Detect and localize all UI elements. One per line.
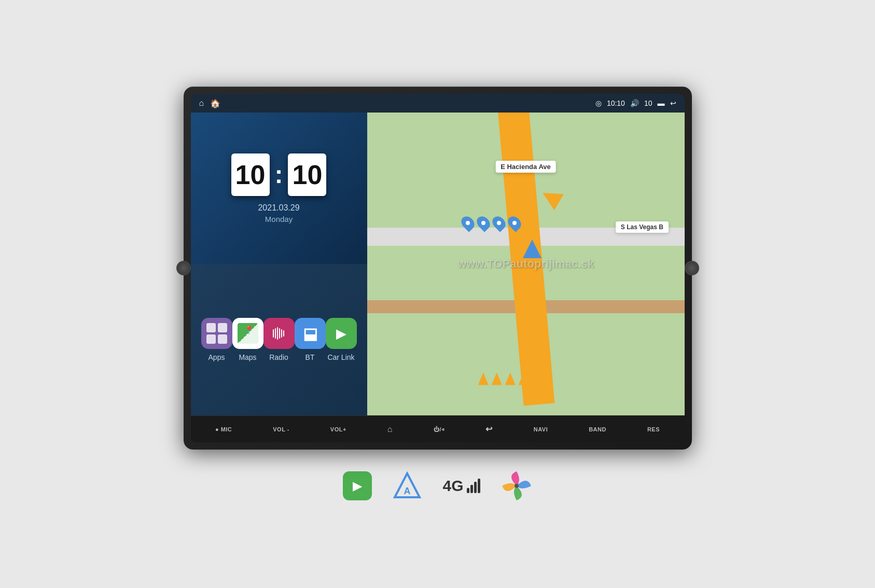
maps-label: Maps	[239, 353, 256, 361]
sig-bar-1	[467, 488, 469, 493]
map-widget[interactable]: E Hacienda Ave S Las Vegas B	[367, 113, 685, 415]
buttons-row: ● MIC VOL - VOL+ ⌂ ⏻/◁ ↩ NAVI BAND RES	[191, 415, 685, 442]
map-label-hacienda: E Hacienda Ave	[495, 161, 556, 173]
svg-rect-4	[281, 329, 282, 338]
carplay-icon: ▶	[343, 471, 372, 500]
status-right-info: ◎ 10:10 🔊 10 ▬ ↩	[595, 99, 676, 107]
device-wrapper: ⌂ 🏠 ◎ 10:10 🔊 10 ▬ ↩ 10 :	[184, 87, 692, 501]
radio-icon	[263, 318, 295, 349]
map-turn-arrows	[478, 373, 543, 385]
app-item-maps[interactable]: 📍 Maps	[232, 318, 263, 361]
feature-android-auto: A	[393, 471, 422, 500]
mic-button[interactable]: ● MIC	[211, 424, 236, 435]
map-marker-3	[490, 214, 508, 232]
4g-signal-bars	[467, 479, 480, 493]
map-markers	[462, 216, 520, 230]
bracket-left	[176, 261, 191, 275]
bracket-right	[685, 261, 699, 275]
vol-plus-button[interactable]: VOL+	[326, 424, 351, 435]
svg-rect-2	[277, 327, 278, 340]
carlink-label: Car Link	[327, 353, 354, 361]
maps-icon: 📍	[232, 318, 263, 349]
power-button[interactable]: ⏻/◁	[429, 424, 449, 435]
back-icon[interactable]: ↩	[670, 99, 676, 107]
map-background: E Hacienda Ave S Las Vegas B	[367, 113, 685, 415]
map-marker-2	[474, 214, 492, 232]
4g-text: 4G	[442, 477, 463, 495]
apps-dot-3	[206, 334, 216, 344]
clock-widget: 10 : 10 2021.03.29 Monday	[191, 113, 367, 264]
carplay-play-symbol: ▶	[353, 479, 362, 493]
hour-digit: 10	[231, 153, 270, 196]
apps-icon	[201, 318, 232, 349]
sig-bar-3	[474, 482, 477, 493]
apps-dot-2	[218, 323, 227, 332]
carlink-play-icon: ▶	[336, 326, 346, 342]
minute-digit: 10	[288, 153, 326, 196]
turn-arrow-4	[519, 373, 529, 385]
radio-label: Radio	[269, 353, 288, 361]
carlink-icon: ▶	[326, 318, 357, 349]
apps-grid-icon	[203, 320, 230, 347]
car-head-unit: ⌂ 🏠 ◎ 10:10 🔊 10 ▬ ↩ 10 :	[184, 87, 692, 450]
android-auto-icon: A	[393, 471, 422, 500]
navi-button[interactable]: NAVI	[530, 424, 552, 435]
app-item-radio[interactable]: Radio	[263, 318, 295, 361]
home-outline-icon[interactable]: ⌂	[199, 99, 204, 108]
map-turn-arrow	[538, 185, 564, 210]
turn-arrow-2	[492, 373, 502, 385]
bluetooth-symbol: ⬓	[303, 325, 317, 343]
app-item-apps[interactable]: Apps	[201, 318, 232, 361]
maps-pin-icon: 📍	[244, 325, 254, 335]
svg-rect-3	[279, 328, 280, 339]
turn-arrow-1	[478, 373, 489, 385]
map-label-lasvegas: S Las Vegas B	[616, 221, 669, 233]
svg-rect-0	[273, 329, 274, 338]
apps-row: Apps 📍 Maps	[191, 264, 367, 415]
bt-label: BT	[305, 353, 315, 361]
map-nav-arrow	[523, 240, 541, 258]
svg-rect-5	[283, 330, 284, 337]
feature-4g: 4G	[442, 477, 480, 495]
back-hw-button[interactable]: ↩	[481, 422, 497, 436]
status-bar: ⌂ 🏠 ◎ 10:10 🔊 10 ▬ ↩	[191, 94, 685, 113]
pinwheel-icon	[501, 470, 532, 501]
app-item-bt[interactable]: ⬓ BT	[295, 318, 326, 361]
status-left-icons: ⌂ 🏠	[199, 99, 221, 108]
bt-icon: ⬓	[295, 318, 326, 349]
sig-bar-2	[470, 485, 473, 493]
flip-clock: 10 : 10	[231, 153, 327, 196]
turn-arrow-3	[505, 373, 516, 385]
maps-icon-inner: 📍	[238, 323, 258, 344]
sig-bar-4	[478, 479, 480, 493]
apps-label: Apps	[209, 353, 225, 361]
band-button[interactable]: BAND	[585, 424, 610, 435]
gps-icon: ◎	[595, 99, 602, 107]
vol-minus-button[interactable]: VOL -	[269, 424, 294, 435]
features-row: ▶ A 4G	[343, 470, 532, 501]
svg-rect-1	[275, 328, 276, 339]
date-text: 2021.03.29	[258, 203, 299, 213]
feature-pinwheel	[501, 470, 532, 501]
apps-dot-4	[218, 334, 227, 344]
svg-point-8	[515, 484, 519, 488]
main-content: 10 : 10 2021.03.29 Monday E H	[191, 113, 685, 415]
day-text: Monday	[258, 215, 299, 223]
map-road-main	[497, 113, 554, 406]
app-item-carlink[interactable]: ▶ Car Link	[326, 318, 357, 361]
volume-level: 10	[644, 99, 652, 107]
battery-icon: ▬	[658, 99, 665, 107]
house-fill-icon[interactable]: 🏠	[210, 99, 220, 108]
turn-arrow-5	[532, 373, 543, 385]
screen-bezel: ⌂ 🏠 ◎ 10:10 🔊 10 ▬ ↩ 10 :	[191, 94, 685, 442]
feature-carplay: ▶	[343, 471, 372, 500]
status-time: 10:10	[607, 99, 625, 107]
res-button[interactable]: RES	[643, 424, 664, 435]
date-info: 2021.03.29 Monday	[258, 203, 299, 223]
volume-icon: 🔊	[630, 99, 639, 107]
svg-text:A: A	[404, 486, 411, 496]
apps-dot-1	[206, 323, 216, 332]
clock-colon: :	[275, 160, 283, 189]
home-hw-button[interactable]: ⌂	[383, 423, 397, 436]
